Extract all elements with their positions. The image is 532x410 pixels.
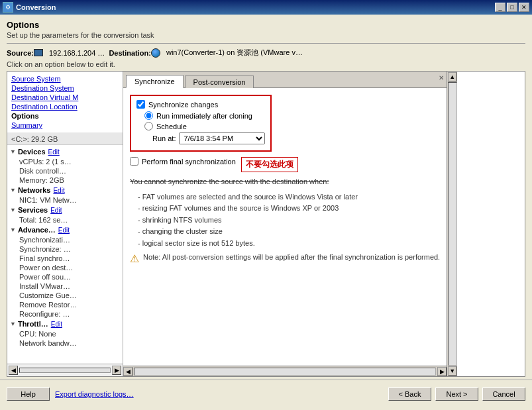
group-edit-link[interactable]: Edit xyxy=(51,321,62,328)
bullets: - FAT volumes are selected and the sourc… xyxy=(138,191,440,250)
list-item: Memory: 2GB xyxy=(7,176,123,185)
group-arrow-icon: ▼ xyxy=(10,321,16,327)
maximize-button[interactable]: □ xyxy=(507,3,517,12)
list-item: Network bandw… xyxy=(7,338,123,348)
minimize-button[interactable]: _ xyxy=(495,3,505,12)
sync-changes-label: Synchronize changes xyxy=(148,101,218,109)
title-bar-controls: _ □ ✕ xyxy=(495,3,529,12)
group-edit-link[interactable]: Edit xyxy=(58,227,70,234)
hscrollbar-track[interactable] xyxy=(134,368,436,376)
bullet-item: - shrinking NTFS volumes xyxy=(138,215,440,227)
list-item: Synchronize: … xyxy=(7,244,123,254)
sidebar-nav-summary[interactable]: Summary xyxy=(11,121,119,130)
scroll-left-arrow[interactable]: ◀ xyxy=(9,366,18,375)
list-item: Install VMwar… xyxy=(7,282,123,291)
dest-icon xyxy=(151,48,160,58)
page-title: Options xyxy=(7,20,525,30)
list-item: Power off sou… xyxy=(7,272,123,282)
app-icon: ⚙ xyxy=(3,2,13,13)
help-button[interactable]: Help xyxy=(7,387,50,401)
sidebar-nav-destination-system[interactable]: Destination System xyxy=(11,83,119,93)
source-label: Source: xyxy=(7,49,34,57)
sync-changes-checkbox[interactable] xyxy=(136,100,145,109)
sidebar-group-services[interactable]: ▼ServicesEdit xyxy=(7,205,123,215)
tab-post-conversion[interactable]: Post-conversion xyxy=(185,76,254,88)
run-immediately-row[interactable]: Run immediately after cloning xyxy=(144,111,265,120)
next-button[interactable]: Next > xyxy=(435,387,478,401)
vscrollbar-track[interactable] xyxy=(448,82,457,366)
right-panel-scroll: SynchronizePost-conversion✕ Synchronize … xyxy=(123,72,457,376)
click-instruction: Click on an option below to edit it. xyxy=(7,60,525,68)
list-item: Final synchro… xyxy=(7,254,123,263)
vscrollbar[interactable]: ▲ ▼ xyxy=(447,72,457,376)
sync-changes-row[interactable]: Synchronize changes xyxy=(136,100,265,109)
final-sync-label: Perform final synchronization xyxy=(142,158,236,166)
bullet-item: - changing the cluster size xyxy=(138,226,440,238)
scroll-track[interactable] xyxy=(19,368,111,373)
export-logs-button[interactable]: Export diagnostic logs… xyxy=(55,387,134,401)
schedule-row[interactable]: Schedule xyxy=(144,122,265,130)
header-divider xyxy=(7,43,525,44)
run-at-dropdown[interactable]: 7/6/18 3:54 PM xyxy=(179,132,265,144)
scroll-right-arrow[interactable]: ▶ xyxy=(112,366,121,375)
warning-text: You cannot synchronize the source with t… xyxy=(130,176,440,187)
final-sync-checkbox-row[interactable]: Perform final synchronization xyxy=(130,157,236,166)
footer-right: < Back Next > Cancel xyxy=(388,387,525,401)
group-arrow-icon: ▼ xyxy=(10,207,16,213)
sidebar-nav-source-system[interactable]: Source System xyxy=(11,74,119,83)
sidebar-scrollbar[interactable]: ◀ ▶ xyxy=(7,364,123,376)
sidebar-nav-destination-virtual-m[interactable]: Destination Virtual M xyxy=(11,93,119,102)
run-immediately-radio[interactable] xyxy=(144,111,153,120)
list-item: Customize Gue… xyxy=(7,291,123,300)
list-item: Reconfigure: … xyxy=(7,309,123,319)
warning-triangle-icon: ⚠ xyxy=(130,252,139,265)
right-panel-inner: SynchronizePost-conversion✕ Synchronize … xyxy=(123,72,447,376)
list-item: Total: 162 se… xyxy=(7,215,123,225)
content-area: Source SystemDestination SystemDestinati… xyxy=(7,71,525,377)
sidebar-group-networks[interactable]: ▼NetworksEdit xyxy=(7,185,123,195)
list-item: Power on dest… xyxy=(7,263,123,272)
tab-synchronize[interactable]: Synchronize xyxy=(126,75,184,88)
sidebar-group-advance[interactable]: ▼Advance…Edit xyxy=(7,225,123,235)
list-item: NIC1: VM Netw… xyxy=(7,195,123,205)
list-item: Remove Restor… xyxy=(7,300,123,309)
group-label: Throttl… xyxy=(18,320,48,328)
scroll-right-hbar[interactable]: ▶ xyxy=(437,367,447,376)
source-dest-bar: Source: 192.168.1.204 … Destination: win… xyxy=(7,48,525,58)
annotation-bubble: 不要勾选此项 xyxy=(241,157,298,172)
list-item: Synchronizati… xyxy=(7,235,123,244)
sidebar-group-throttl[interactable]: ▼Throttl…Edit xyxy=(7,319,123,329)
scroll-left-hbar[interactable]: ◀ xyxy=(123,367,133,376)
cancel-button[interactable]: Cancel xyxy=(482,387,525,401)
group-arrow-icon: ▼ xyxy=(10,227,16,233)
title-bar-text: Conversion xyxy=(16,3,495,11)
schedule-radio[interactable] xyxy=(144,122,153,130)
footer-left: Help Export diagnostic logs… xyxy=(7,387,134,401)
scroll-down-vbar[interactable]: ▼ xyxy=(448,366,457,376)
group-edit-link[interactable]: Edit xyxy=(48,148,60,156)
final-sync-checkbox[interactable] xyxy=(130,157,138,166)
schedule-label: Schedule xyxy=(156,123,187,130)
dest-value: win7(Converter-1) on 资源池 (VMware v… xyxy=(166,48,303,58)
run-immediately-label: Run immediately after cloning xyxy=(156,112,252,120)
bullet-item: - logical sector size is not 512 bytes. xyxy=(138,238,440,250)
close-button[interactable]: ✕ xyxy=(519,3,529,12)
list-item: Disk controll… xyxy=(7,166,123,176)
back-button[interactable]: < Back xyxy=(388,387,431,401)
source-value: 192.168.1.204 … xyxy=(49,49,105,57)
sidebar-size: <C:>: 29.2 GB xyxy=(7,132,123,145)
scroll-up-vbar[interactable]: ▲ xyxy=(448,72,457,81)
note-text: Note: All post-conversion settings will … xyxy=(143,253,440,261)
tab-close-icon[interactable]: ✕ xyxy=(439,74,444,81)
run-at-row: Run at: 7/6/18 3:54 PM xyxy=(152,132,265,144)
header-section: Options Set up the parameters for the co… xyxy=(7,20,525,39)
group-edit-link[interactable]: Edit xyxy=(53,187,64,194)
window-body: Options Set up the parameters for the co… xyxy=(0,15,532,380)
hscrollbar[interactable]: ◀ ▶ xyxy=(123,366,447,376)
sidebar-nav-options[interactable]: Options xyxy=(11,111,119,121)
dest-label: Destination: xyxy=(109,49,151,57)
sidebar-nav-destination-location[interactable]: Destination Location xyxy=(11,102,119,111)
list-item: CPU: None xyxy=(7,329,123,338)
sidebar-group-devices[interactable]: ▼DevicesEdit xyxy=(7,146,123,157)
group-edit-link[interactable]: Edit xyxy=(50,207,62,214)
